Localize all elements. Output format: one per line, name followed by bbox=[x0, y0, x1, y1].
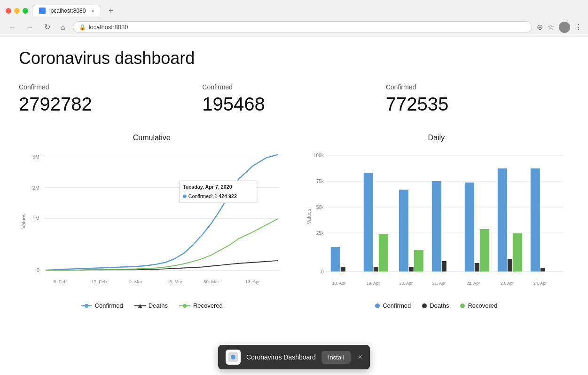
svg-text:19. Apr: 19. Apr bbox=[366, 281, 380, 286]
charts-row: Cumulative 3M 2M 1M 0 Values 3. F bbox=[19, 134, 569, 309]
svg-rect-60 bbox=[540, 268, 545, 271]
svg-text:20. Apr: 20. Apr bbox=[399, 281, 413, 286]
svg-text:0: 0 bbox=[321, 269, 324, 274]
svg-rect-40 bbox=[363, 173, 373, 271]
svg-rect-56 bbox=[507, 259, 512, 271]
tab-bar: localhost:8080 × + bbox=[32, 5, 582, 16]
daily-confirmed-dot bbox=[375, 303, 380, 308]
stat-card-recovered: Confirmed 772535 bbox=[386, 83, 569, 115]
stat-label-deaths: Confirmed bbox=[202, 83, 385, 91]
svg-point-21 bbox=[85, 304, 88, 308]
deaths-legend-label: Deaths bbox=[149, 302, 168, 309]
svg-rect-44 bbox=[399, 190, 408, 271]
daily-chart-container: Daily 100k 75k 50k 25k 0 Values bbox=[304, 134, 570, 309]
svg-rect-49 bbox=[441, 261, 446, 271]
svg-text:75k: 75k bbox=[316, 179, 324, 184]
tab-close-button[interactable]: × bbox=[91, 8, 94, 14]
user-avatar[interactable] bbox=[559, 22, 570, 33]
stat-value-recovered: 772535 bbox=[386, 94, 569, 115]
refresh-button[interactable]: ↻ bbox=[41, 22, 53, 32]
cumulative-chart-title: Cumulative bbox=[19, 134, 285, 142]
new-tab-button[interactable]: + bbox=[105, 6, 117, 16]
svg-text:3M: 3M bbox=[32, 154, 39, 160]
legend-item-confirmed: Confirmed bbox=[81, 302, 123, 309]
stat-value-deaths: 195468 bbox=[202, 94, 385, 115]
daily-confirmed-label: Confirmed bbox=[383, 302, 411, 309]
svg-rect-52 bbox=[474, 263, 479, 271]
recovered-legend-label: Recovered bbox=[193, 302, 223, 309]
bookmark-button[interactable]: ☆ bbox=[548, 23, 554, 32]
svg-text:22. Apr: 22. Apr bbox=[466, 281, 480, 286]
daily-legend-item-recovered: Recovered bbox=[460, 302, 497, 309]
tab-favicon bbox=[39, 8, 46, 14]
stats-row: Confirmed 2792782 Confirmed 195468 Confi… bbox=[19, 83, 569, 115]
traffic-lights bbox=[6, 8, 28, 14]
browser-navbar: ← → ↻ ⌂ 🔒 localhost:8080 ⊕ ☆ ⋮ bbox=[0, 19, 588, 37]
cumulative-chart-legend: Confirmed Deaths Recovered bbox=[19, 302, 285, 309]
menu-button[interactable]: ⋮ bbox=[575, 23, 582, 32]
address-bar[interactable]: 🔒 localhost:8080 bbox=[73, 21, 532, 33]
svg-rect-53 bbox=[479, 229, 489, 271]
browser-titlebar: localhost:8080 × + bbox=[0, 0, 588, 19]
daily-legend-item-confirmed: Confirmed bbox=[375, 302, 411, 309]
daily-chart-area[interactable]: 100k 75k 50k 25k 0 Values 18. Apr bbox=[304, 146, 570, 298]
daily-chart-title: Daily bbox=[304, 134, 570, 142]
svg-rect-42 bbox=[378, 234, 388, 271]
nav-actions: ⊕ ☆ ⋮ bbox=[537, 22, 582, 33]
daily-recovered-dot bbox=[460, 303, 465, 308]
stat-label-recovered: Confirmed bbox=[386, 83, 569, 91]
svg-rect-37 bbox=[330, 247, 340, 271]
svg-rect-46 bbox=[414, 250, 423, 271]
svg-text:Tuesday, Apr 7, 2020: Tuesday, Apr 7, 2020 bbox=[183, 184, 232, 190]
home-button[interactable]: ⌂ bbox=[58, 22, 68, 32]
daily-chart-legend: Confirmed Deaths Recovered bbox=[304, 302, 570, 309]
svg-text:16. Mar: 16. Mar bbox=[167, 279, 183, 284]
cumulative-chart-container: Cumulative 3M 2M 1M 0 Values 3. F bbox=[19, 134, 285, 309]
svg-text:100k: 100k bbox=[314, 153, 324, 158]
svg-rect-59 bbox=[530, 168, 540, 271]
daily-deaths-dot bbox=[422, 303, 427, 308]
confirmed-legend-label: Confirmed bbox=[95, 302, 123, 309]
cumulative-chart-area[interactable]: 3M 2M 1M 0 Values 3. Feb 17. Feb 2. Mar … bbox=[19, 146, 285, 298]
close-traffic-light[interactable] bbox=[6, 8, 11, 14]
svg-text:1M: 1M bbox=[32, 215, 39, 221]
svg-text:25k: 25k bbox=[316, 231, 324, 236]
forward-button[interactable]: → bbox=[24, 22, 37, 32]
legend-item-deaths: Deaths bbox=[134, 302, 168, 309]
page-title: Coronavirus dashboard bbox=[19, 48, 569, 68]
address-url: localhost:8080 bbox=[89, 24, 128, 31]
address-lock-icon: 🔒 bbox=[79, 24, 86, 31]
page-content: Coronavirus dashboard Confirmed 2792782 … bbox=[0, 37, 588, 337]
recovered-legend-icon bbox=[179, 303, 190, 309]
browser-tab[interactable]: localhost:8080 × bbox=[32, 5, 101, 16]
stat-card-confirmed: Confirmed 2792782 bbox=[19, 83, 202, 115]
back-button[interactable]: ← bbox=[6, 22, 19, 32]
browser-chrome: localhost:8080 × + ← → ↻ ⌂ 🔒 localhost:8… bbox=[0, 0, 588, 37]
svg-text:24. Apr: 24. Apr bbox=[533, 281, 547, 286]
stat-value-confirmed: 2792782 bbox=[19, 94, 202, 115]
svg-text:0: 0 bbox=[37, 267, 39, 273]
svg-text:Values: Values bbox=[306, 208, 311, 224]
svg-text:50k: 50k bbox=[316, 205, 324, 210]
deaths-legend-icon bbox=[134, 303, 146, 309]
daily-chart-svg: 100k 75k 50k 25k 0 Values 18. Apr bbox=[304, 146, 570, 296]
svg-rect-45 bbox=[408, 267, 413, 271]
confirmed-legend-icon bbox=[81, 303, 92, 309]
svg-text:13. Apr: 13. Apr bbox=[245, 279, 260, 284]
minimize-traffic-light[interactable] bbox=[14, 8, 20, 14]
svg-rect-41 bbox=[373, 267, 378, 271]
maximize-traffic-light[interactable] bbox=[23, 8, 28, 14]
svg-text:18. Apr: 18. Apr bbox=[332, 281, 345, 286]
legend-item-recovered: Recovered bbox=[179, 302, 223, 309]
svg-text:21. Apr: 21. Apr bbox=[432, 281, 446, 286]
svg-rect-48 bbox=[431, 181, 441, 271]
cumulative-chart-svg: 3M 2M 1M 0 Values 3. Feb 17. Feb 2. Mar … bbox=[19, 146, 285, 296]
svg-text:3. Feb: 3. Feb bbox=[54, 279, 67, 284]
svg-rect-51 bbox=[464, 183, 474, 271]
svg-point-25 bbox=[183, 304, 187, 308]
svg-text:Values: Values bbox=[21, 214, 26, 229]
cast-button[interactable]: ⊕ bbox=[537, 23, 543, 32]
svg-point-18 bbox=[183, 194, 187, 198]
tab-title: localhost:8080 bbox=[49, 8, 86, 14]
daily-recovered-label: Recovered bbox=[468, 302, 497, 309]
